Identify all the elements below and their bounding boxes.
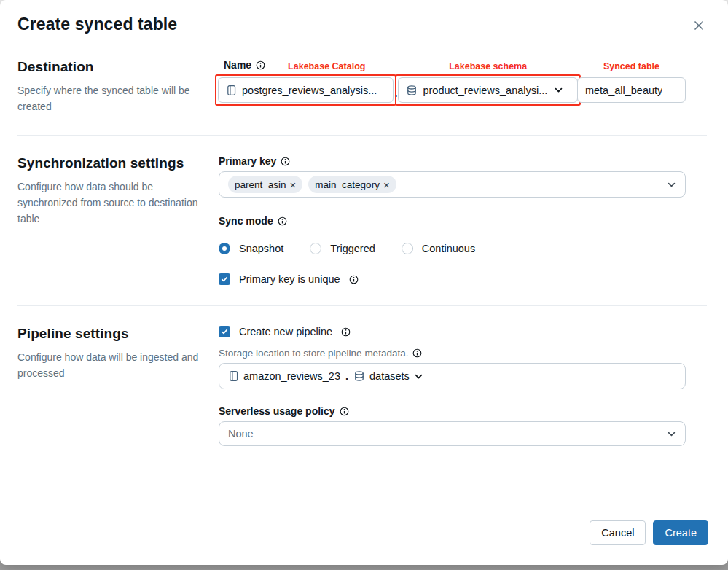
- info-icon[interactable]: [341, 327, 351, 337]
- schema-annotation-box: product_reviews_analysi...: [395, 74, 581, 106]
- lakebase-schema-select[interactable]: product_reviews_analysi...: [398, 77, 578, 103]
- primary-key-label: Primary key: [219, 155, 276, 167]
- database-icon: [353, 370, 365, 382]
- destination-heading: Destination: [17, 59, 204, 75]
- annotation-lakebase-catalog: Lakebase Catalog: [288, 61, 365, 71]
- primary-key-chip: parent_asin ×: [228, 176, 302, 193]
- create-new-pipeline-checkbox[interactable]: Create new pipeline: [219, 326, 686, 337]
- chevron-down-icon: [554, 85, 563, 95]
- destination-description: Specify where the synced table will be c…: [17, 82, 200, 114]
- catalog-value: postgres_reviews_analysis...: [242, 85, 377, 96]
- create-synced-table-dialog: Create synced table Destination Specify …: [0, 0, 728, 565]
- info-icon[interactable]: [278, 216, 287, 226]
- synced-table-input[interactable]: meta_all_beauty: [577, 77, 686, 103]
- synchronization-heading: Synchronization settings: [17, 155, 204, 171]
- info-icon[interactable]: [412, 348, 422, 358]
- info-icon[interactable]: [340, 407, 349, 416]
- info-icon[interactable]: [256, 60, 265, 70]
- checkbox-checked-icon: [219, 326, 230, 337]
- primary-key-chip: main_category ×: [308, 176, 396, 193]
- radio-snapshot[interactable]: Snapshot: [219, 243, 283, 254]
- synced-table-value: meta_all_beauty: [585, 85, 662, 96]
- lakebase-catalog-select[interactable]: postgres_reviews_analysis...: [218, 77, 394, 103]
- storage-catalog-value: amazon_reviews_23: [243, 370, 340, 382]
- close-icon: [692, 19, 705, 32]
- storage-location-select[interactable]: amazon_reviews_23 . datasets: [219, 363, 686, 389]
- cancel-button[interactable]: Cancel: [590, 520, 646, 545]
- pipeline-description: Configure how data will be ingested and …: [17, 349, 200, 381]
- chevron-down-icon: [667, 180, 676, 190]
- close-button[interactable]: [689, 16, 708, 37]
- radio-unselected-icon: [310, 243, 321, 254]
- info-icon[interactable]: [281, 157, 290, 166]
- dialog-header: Create synced table: [17, 15, 708, 37]
- synchronization-description: Configure how data should be synchronize…: [17, 179, 200, 227]
- storage-location-label: Storage location to store pipeline metad…: [219, 348, 408, 359]
- annotation-lakebase-schema: Lakebase schema: [449, 61, 527, 71]
- pipeline-section: Pipeline settings Configure how data wil…: [17, 326, 708, 446]
- name-row: Name Lakebase Catalog postgres_r: [219, 59, 686, 106]
- policy-value: None: [228, 428, 254, 440]
- info-icon[interactable]: [349, 275, 359, 284]
- schema-value: product_reviews_analysi...: [423, 85, 547, 96]
- primary-key-multiselect[interactable]: parent_asin × main_category ×: [219, 171, 686, 198]
- pipeline-heading: Pipeline settings: [17, 326, 204, 342]
- section-divider: [17, 135, 707, 136]
- dot-separator: .: [345, 370, 348, 382]
- serverless-policy-label: Serverless usage policy: [219, 405, 335, 417]
- chevron-down-icon: [667, 429, 676, 439]
- radio-continuous[interactable]: Continuous: [402, 243, 475, 254]
- primary-key-unique-checkbox[interactable]: Primary key is unique: [219, 273, 686, 285]
- checkbox-checked-icon: [219, 273, 230, 285]
- dialog-title: Create synced table: [17, 15, 177, 34]
- annotation-synced-table: Synced table: [603, 61, 659, 71]
- catalog-icon: [228, 370, 239, 382]
- catalog-icon: [226, 85, 237, 96]
- name-label: Name: [224, 59, 251, 71]
- section-divider: [17, 305, 707, 306]
- catalog-annotation-box: postgres_reviews_analysis...: [215, 74, 396, 106]
- database-icon: [406, 85, 418, 96]
- chevron-down-icon: [414, 372, 423, 381]
- radio-unselected-icon: [402, 243, 413, 254]
- create-button[interactable]: Create: [653, 520, 708, 545]
- serverless-policy-select[interactable]: None: [219, 421, 686, 446]
- chip-remove-icon[interactable]: ×: [383, 179, 390, 190]
- sync-mode-label: Sync mode: [219, 215, 273, 227]
- radio-triggered[interactable]: Triggered: [310, 243, 375, 254]
- sync-mode-radio-group: Snapshot Triggered Continuous: [219, 243, 686, 254]
- synchronization-section: Synchronization settings Configure how d…: [17, 155, 708, 285]
- storage-schema-value: datasets: [369, 370, 410, 382]
- dialog-footer: Cancel Create: [17, 520, 708, 545]
- destination-section: Destination Specify where the synced tab…: [17, 59, 708, 114]
- chip-remove-icon[interactable]: ×: [290, 179, 297, 190]
- radio-selected-icon: [219, 243, 230, 254]
